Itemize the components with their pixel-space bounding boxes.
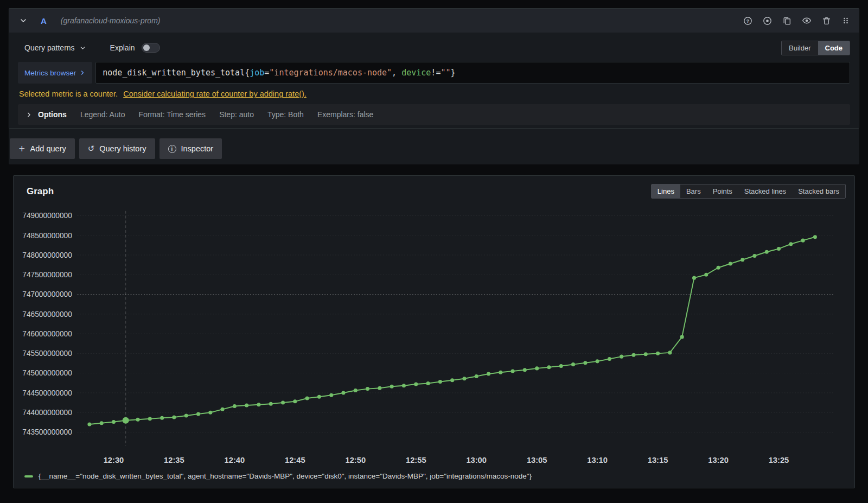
svg-text:13:20: 13:20: [708, 456, 729, 464]
promql-token: "integrations/macos-node": [269, 68, 392, 78]
explain-label: Explain: [110, 43, 135, 52]
option-step: Step: auto: [219, 110, 254, 119]
query-history-button[interactable]: ↺ Query history: [79, 138, 155, 159]
promql-token: !=: [431, 68, 441, 78]
svg-text:12:40: 12:40: [225, 456, 245, 464]
option-exemplars: Exemplars: false: [317, 110, 373, 119]
history-icon: ↺: [88, 145, 95, 153]
svg-text:12:50: 12:50: [345, 456, 366, 464]
svg-text:12:55: 12:55: [406, 456, 426, 464]
svg-text:745000000000: 745000000000: [22, 370, 72, 378]
svg-text:12:35: 12:35: [164, 456, 184, 464]
trash-icon[interactable]: [822, 16, 831, 26]
svg-text:746000000000: 746000000000: [22, 330, 72, 338]
style-bars-button[interactable]: Bars: [680, 184, 707, 198]
chevron-right-icon: [25, 111, 33, 118]
svg-text:744000000000: 744000000000: [22, 409, 72, 417]
collapse-query-icon[interactable]: [18, 15, 29, 26]
series-color-swatch: [24, 475, 33, 477]
svg-text:749000000000: 749000000000: [22, 212, 72, 220]
add-query-button[interactable]: + Add query: [10, 138, 75, 159]
query-patterns-dropdown[interactable]: Query patterns: [24, 43, 86, 52]
query-ref-id[interactable]: A: [41, 16, 47, 26]
promql-token: =: [264, 68, 269, 78]
svg-text:748500000000: 748500000000: [22, 232, 72, 240]
options-bar[interactable]: Options Legend: Auto Format: Time series…: [18, 104, 850, 125]
style-stacked-lines-button[interactable]: Stacked lines: [738, 184, 792, 198]
promql-token: node_disk_written_bytes_total{: [103, 68, 250, 78]
chevron-down-icon: [79, 44, 86, 52]
counter-warning: Selected metric is a counter. Consider c…: [18, 86, 850, 104]
option-type: Type: Both: [267, 110, 304, 119]
query-toolbar-row: Query patterns Explain Builder Code: [24, 39, 850, 56]
builder-mode-button[interactable]: Builder: [782, 41, 818, 55]
graph-header: Graph Lines Bars Points Stacked lines St…: [14, 176, 854, 201]
query-input-row: Metrics browser node_disk_written_bytes_…: [18, 62, 850, 84]
chevron-right-icon: [79, 69, 86, 76]
plus-icon: +: [18, 145, 25, 153]
svg-text:12:30: 12:30: [104, 456, 124, 464]
help-icon[interactable]: ?: [743, 16, 752, 26]
query-card-body: Query patterns Explain Builder Code Metr…: [9, 33, 859, 128]
inspector-label: Inspector: [181, 144, 214, 153]
svg-text:745500000000: 745500000000: [22, 349, 72, 358]
svg-text:744500000000: 744500000000: [22, 389, 72, 397]
svg-text:13:10: 13:10: [587, 456, 608, 464]
svg-text:13:15: 13:15: [648, 456, 668, 464]
svg-text:743500000000: 743500000000: [22, 428, 72, 436]
svg-text:13:05: 13:05: [527, 456, 547, 464]
query-editor-section: A (grafanacloud-moxious-prom) ?: [9, 8, 859, 164]
query-header: A (grafanacloud-moxious-prom) ?: [9, 9, 859, 33]
promql-token: }: [450, 68, 455, 78]
option-format: Format: Time series: [138, 110, 206, 119]
graph-panel: Graph Lines Bars Points Stacked lines St…: [13, 175, 855, 488]
info-icon: i: [168, 145, 176, 153]
svg-text:12:45: 12:45: [285, 456, 305, 464]
metrics-browser-button[interactable]: Metrics browser: [18, 62, 92, 84]
query-history-label: Query history: [99, 144, 146, 153]
graph-title: Graph: [27, 186, 54, 197]
inspector-button[interactable]: i Inspector: [159, 138, 222, 159]
option-legend: Legend: Auto: [80, 110, 125, 119]
style-points-button[interactable]: Points: [707, 184, 738, 198]
query-patterns-label: Query patterns: [24, 43, 75, 52]
promql-token: ,: [392, 68, 401, 78]
style-stacked-bars-button[interactable]: Stacked bars: [792, 184, 845, 198]
style-lines-button[interactable]: Lines: [652, 184, 680, 198]
copy-icon[interactable]: [782, 16, 792, 26]
svg-text:?: ?: [746, 18, 750, 23]
legend-label[interactable]: {__name__="node_disk_written_bytes_total…: [39, 472, 532, 480]
toggle-knob: [143, 44, 150, 51]
svg-text:748000000000: 748000000000: [22, 251, 72, 259]
editor-mode-toggle: Builder Code: [781, 41, 850, 55]
query-header-actions: ?: [743, 16, 850, 26]
query-card: A (grafanacloud-moxious-prom) ?: [9, 8, 859, 129]
graph-legend: {__name__="node_disk_written_bytes_total…: [14, 472, 854, 488]
eye-icon[interactable]: [802, 16, 812, 26]
svg-text:746500000000: 746500000000: [22, 310, 72, 319]
record-icon[interactable]: [763, 16, 772, 26]
promql-input[interactable]: node_disk_written_bytes_total{ job = "in…: [95, 62, 850, 84]
add-query-label: Add query: [30, 144, 66, 153]
options-title: Options: [38, 110, 67, 119]
svg-text:747500000000: 747500000000: [22, 271, 72, 279]
drag-handle-icon[interactable]: [841, 16, 850, 25]
promql-token: job: [250, 68, 264, 78]
code-mode-button[interactable]: Code: [818, 41, 850, 55]
explore-page: A (grafanacloud-moxious-prom) ?: [0, 0, 868, 488]
warning-text: Selected metric is a counter.: [19, 90, 118, 98]
time-series-chart[interactable]: 7490000000007485000000007480000000007475…: [14, 201, 854, 472]
metrics-browser-label: Metrics browser: [24, 69, 76, 77]
promql-token: device: [401, 68, 431, 78]
svg-text:13:25: 13:25: [769, 456, 789, 464]
datasource-name: (grafanacloud-moxious-prom): [61, 16, 161, 25]
svg-text:13:00: 13:00: [466, 456, 487, 464]
explain-toggle[interactable]: [142, 43, 160, 53]
svg-text:747000000000: 747000000000: [22, 290, 72, 298]
graph-style-toggle: Lines Bars Points Stacked lines Stacked …: [651, 184, 846, 199]
promql-token: "": [441, 68, 450, 78]
add-rate-link[interactable]: Consider calculating rate of counter by …: [123, 90, 307, 98]
query-actions-row: + Add query ↺ Query history i Inspector: [9, 129, 859, 164]
